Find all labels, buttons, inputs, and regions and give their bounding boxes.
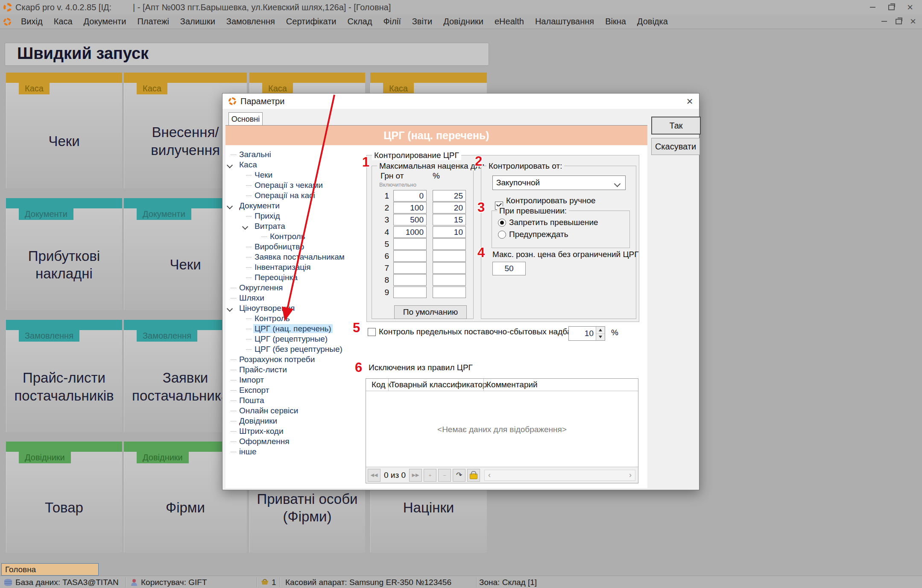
menu-item-5[interactable]: Залишки	[175, 17, 221, 26]
default-button[interactable]: По умолчанию	[394, 305, 467, 319]
tree-item-Чеки[interactable]: Чеки	[227, 170, 363, 180]
nav-first-button[interactable]: ◀◀	[368, 469, 381, 482]
rate-grn-input[interactable]: 1000	[393, 226, 427, 238]
tile-Прайс-листи постачальників[interactable]: ЗамовленняПрайс-листи постачальників	[6, 320, 122, 432]
tree-item-Документи[interactable]: Документи	[227, 201, 363, 211]
tree-item-Операції на касі[interactable]: Операції на касі	[227, 190, 363, 201]
tree-item-Онлайн сервіси[interactable]: Онлайн сервіси	[227, 406, 363, 416]
nav-last-button[interactable]: ▶▶	[409, 469, 422, 482]
tree-item-Переоцінка[interactable]: Переоцінка	[227, 272, 363, 283]
scroll-right-icon[interactable]: ›	[629, 471, 632, 480]
scroll-left-icon[interactable]: ‹	[488, 471, 491, 480]
tree-item-Штрих-коди[interactable]: Штрих-коди	[227, 426, 363, 436]
menu-item-7[interactable]: Сертифікати	[281, 17, 342, 26]
tree-item-ЦРГ (рецептурные)[interactable]: ЦРГ (рецептурные)	[227, 334, 363, 344]
column-header-3[interactable]: Комментарий	[486, 379, 538, 391]
tree-item-Інвентаризація[interactable]: Інвентаризація	[227, 262, 363, 272]
tree-item-Контроль[interactable]: Контроль	[227, 313, 363, 324]
tree-item-ЦРГ (без рецептурные)[interactable]: ЦРГ (без рецептурные)	[227, 344, 363, 354]
menu-item-8[interactable]: Склад	[342, 17, 378, 26]
tree-item-Прайс-листи[interactable]: Прайс-листи	[227, 365, 363, 375]
tab-osnovni[interactable]: Основні	[228, 112, 263, 126]
mdi-close-button[interactable]: ×	[906, 15, 920, 27]
horizontal-scrollbar[interactable]: ‹ ›	[484, 470, 635, 481]
menu-item-9[interactable]: Філії	[378, 17, 406, 26]
add-row-button[interactable]: +	[424, 469, 436, 482]
menu-item-10[interactable]: Звіти	[407, 17, 438, 26]
control-from-select[interactable]: Закупочной	[492, 176, 626, 190]
tree-item-Витрата[interactable]: Витрата	[227, 221, 363, 231]
restore-button[interactable]	[882, 2, 901, 13]
tile-Товар[interactable]: ДовідникиТовар	[6, 442, 122, 553]
refresh-button[interactable]: ↷	[453, 469, 465, 482]
menu-item-15[interactable]: Довідка	[632, 17, 673, 26]
tree-item-Оформлення[interactable]: Оформлення	[227, 436, 363, 447]
maxprice-input[interactable]: 50	[492, 262, 526, 275]
menu-item-14[interactable]: Вікна	[600, 17, 632, 26]
status-separator	[280, 577, 280, 587]
tree-item-Заявка постачальникам[interactable]: Заявка постачальникам	[227, 252, 363, 262]
tree-item-Пошта[interactable]: Пошта	[227, 395, 363, 406]
spin-up-button[interactable]	[596, 327, 605, 334]
menu-item-3[interactable]: Документи	[78, 17, 132, 26]
tree-item-Контроль[interactable]: Контроль	[227, 231, 363, 242]
tree-item-Прихід[interactable]: Прихід	[227, 211, 363, 221]
menu-item-1[interactable]: Вихід	[15, 17, 48, 26]
bottom-tab-home[interactable]: Головна	[1, 563, 99, 576]
rate-pct-input[interactable]: 15	[433, 214, 466, 225]
tree-item-Операції з чеками[interactable]: Операції з чеками	[227, 180, 363, 190]
close-button[interactable]: ×	[901, 2, 919, 13]
tree-item-Шляхи[interactable]: Шляхи	[227, 293, 363, 303]
spin-down-button[interactable]	[596, 334, 605, 341]
ok-button[interactable]: Так	[651, 117, 701, 135]
rate-pct-input[interactable]: 10	[433, 226, 466, 238]
tree-item-ЦРГ (нац. перечень)[interactable]: ЦРГ (нац. перечень)	[227, 324, 363, 334]
rate-grn-input[interactable]	[393, 287, 427, 298]
dialog-close-icon[interactable]: ×	[684, 96, 696, 107]
rate-pct-input[interactable]	[433, 287, 466, 298]
limits-spinner[interactable]: 10	[568, 326, 605, 341]
menu-item-4[interactable]: Платежі	[132, 17, 174, 26]
tree-item-Імпорт[interactable]: Імпорт	[227, 375, 363, 385]
radio-forbid[interactable]: Запретить превышение	[498, 218, 598, 227]
column-header-2[interactable]: Товарный классификатор	[390, 379, 487, 391]
rate-grn-input[interactable]: 100	[393, 202, 427, 214]
tile-Прибуткові накладні[interactable]: ДокументиПрибуткові накладні	[6, 198, 122, 310]
rate-grn-input[interactable]	[393, 238, 427, 250]
rate-grn-input[interactable]	[393, 274, 427, 286]
tree-item-Каса[interactable]: Каса	[227, 160, 363, 170]
mdi-restore-button[interactable]	[891, 15, 906, 27]
mdi-minimize-button[interactable]	[877, 15, 891, 27]
rate-pct-input[interactable]	[433, 274, 466, 286]
tree-item-Виробництво[interactable]: Виробництво	[227, 242, 363, 252]
remove-row-button[interactable]: −	[438, 469, 451, 482]
tile-Чеки[interactable]: КасаЧеки	[6, 73, 122, 188]
rate-pct-input[interactable]: 20	[433, 202, 466, 214]
minimize-button[interactable]	[863, 2, 882, 13]
tree-item-Загальні[interactable]: Загальні	[227, 149, 363, 160]
dialog-titlebar[interactable]: Параметри	[222, 94, 699, 109]
tree-item-Округлення[interactable]: Округлення	[227, 283, 363, 293]
tree-item-Експорт[interactable]: Експорт	[227, 385, 363, 395]
limits-checkbox[interactable]: Контроль предельных поставочно-сбытовых …	[368, 327, 586, 336]
rate-pct-input[interactable]: 25	[433, 190, 466, 202]
tree-item-Розрахунок потреби[interactable]: Розрахунок потреби	[227, 354, 363, 365]
menu-item-6[interactable]: Замовлення	[221, 17, 281, 26]
rate-grn-input[interactable]: 0	[393, 190, 427, 202]
rate-grn-input[interactable]	[393, 250, 427, 262]
menu-item-11[interactable]: Довідники	[438, 17, 489, 26]
menu-item-12[interactable]: eHealth	[489, 17, 530, 26]
lock-button[interactable]	[467, 469, 480, 482]
cancel-button[interactable]: Скасувати	[651, 138, 700, 155]
rate-pct-input[interactable]	[433, 250, 466, 262]
rate-pct-input[interactable]	[433, 262, 466, 274]
rate-grn-input[interactable]: 500	[393, 214, 427, 225]
rate-grn-input[interactable]	[393, 262, 427, 274]
radio-warn[interactable]: Предупреждать	[498, 230, 568, 239]
tree-item-Довідники[interactable]: Довідники	[227, 416, 363, 426]
rate-pct-input[interactable]	[433, 238, 466, 250]
tree-item-інше[interactable]: інше	[227, 447, 363, 457]
menu-item-13[interactable]: Налаштування	[530, 17, 600, 26]
menu-item-2[interactable]: Каса	[48, 17, 78, 26]
tree-item-Ціноутворення[interactable]: Ціноутворення	[227, 303, 363, 313]
